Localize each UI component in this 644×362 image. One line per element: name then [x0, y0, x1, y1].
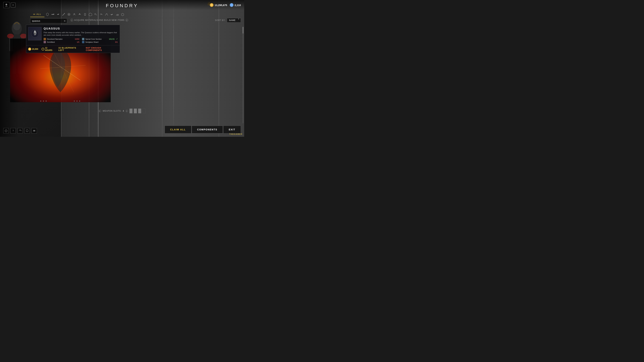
- nav-refresh-icon[interactable]: [18, 128, 23, 133]
- slot-4: [142, 109, 146, 113]
- req-icon-2: [44, 41, 46, 43]
- watermark: THEGAMER: [229, 133, 242, 135]
- tab-kitgun[interactable]: [110, 12, 114, 17]
- page-title: FOUNDRY: [106, 3, 138, 8]
- svg-point-28: [34, 33, 36, 34]
- weapon-slots-info-left: ℹ: [98, 110, 101, 112]
- tab-other[interactable]: [120, 12, 125, 17]
- panel-highlight: [174, 0, 174, 137]
- tab-secondary[interactable]: [56, 12, 60, 17]
- svg-point-6: [7, 34, 14, 38]
- req-row-3: Spinal Core Section 161/15 ✓: [82, 38, 118, 40]
- item-card-bottom: 20,000 12 HOURS 33 BLUEPRINTS LEFT NOT E…: [26, 45, 120, 53]
- req-icon-4: [82, 41, 84, 43]
- weapon-slots-info-right: ℹ: [126, 110, 128, 112]
- svg-point-17: [74, 13, 75, 14]
- search-clear-button[interactable]: ✕: [64, 19, 66, 22]
- req-name-1: Devolved Namalon: [47, 38, 62, 40]
- item-requirements: Devolved Namalon 10/60 Spinal Core Secti…: [44, 38, 118, 43]
- tab-fishing[interactable]: [115, 12, 120, 17]
- slot-3: [138, 109, 141, 113]
- panel-line-2: [162, 0, 162, 137]
- tab-sentinel[interactable]: [66, 12, 71, 17]
- tab-all[interactable]: ∞ ALL: [30, 12, 44, 17]
- req-count-4: 0/1: [115, 41, 118, 43]
- slot-2: [134, 109, 137, 113]
- tab-kubrow[interactable]: [72, 12, 77, 17]
- watermark-text: THEGAMER: [229, 133, 242, 135]
- exit-button[interactable]: EXIT: [223, 126, 241, 133]
- svg-rect-10: [52, 14, 54, 15]
- req-count-3: 161/15: [109, 38, 114, 40]
- tab-hound[interactable]: [94, 12, 98, 17]
- weapon-slots-count: 4: [123, 110, 124, 112]
- dot-5: [76, 100, 78, 102]
- sort-chevron-icon: ▼: [238, 18, 240, 20]
- slot-1: [130, 109, 132, 113]
- req-icon-1: [44, 38, 46, 40]
- info-icon: ℹ: [70, 19, 73, 21]
- svg-point-7: [20, 34, 27, 38]
- req-row-4: Seriglass Shard 0/1: [82, 41, 118, 43]
- credits-cost-icon: [28, 48, 31, 51]
- tab-archwing[interactable]: [77, 12, 82, 17]
- not-enough-status: NOT ENOUGH COMPONENTS: [86, 47, 118, 51]
- svg-point-8: [13, 22, 20, 30]
- blueprints-count: 33 BLUEPRINTS LEFT: [58, 47, 82, 51]
- credits-value: 13,295,675: [214, 4, 227, 6]
- item-name: QUASSUS: [44, 27, 118, 30]
- scroll-track[interactable]: [243, 27, 243, 123]
- dots-left: [40, 100, 46, 102]
- tab-primary[interactable]: [50, 12, 55, 17]
- hud-left: +: [3, 2, 16, 8]
- item-card-top: QUASSUS Flick away the enemy with this h…: [26, 25, 120, 45]
- nav-repeat-icon[interactable]: [24, 128, 30, 133]
- dots-right: [74, 100, 80, 102]
- item-info: QUASSUS Flick away the enemy with this h…: [44, 27, 118, 43]
- dot-4: [74, 100, 75, 102]
- svg-rect-11: [53, 14, 54, 14]
- filter-tabs: ∞ ALL: [30, 11, 241, 18]
- nav-shield-icon[interactable]: [3, 128, 9, 133]
- req-row-1: Devolved Namalon 10/60: [44, 38, 79, 40]
- dot-6: [79, 100, 80, 102]
- tab-necramech[interactable]: [88, 12, 93, 17]
- req-name-4: Seriglass Shard: [85, 41, 98, 43]
- svg-rect-24: [112, 14, 113, 14]
- tab-all-label: ALL: [36, 13, 41, 15]
- infinity-icon: ∞: [33, 13, 36, 16]
- platinum-icon: [230, 3, 234, 7]
- scroll-thumb[interactable]: [243, 27, 243, 33]
- tab-zaw[interactable]: [104, 12, 109, 17]
- req-name-2: Scintillant: [47, 41, 55, 43]
- bottom-actions: CLAIM ALL COMPONENTS EXIT: [165, 126, 241, 133]
- nav-menu-icon[interactable]: [32, 128, 37, 133]
- svg-rect-18: [84, 13, 86, 15]
- cost-credits: 20,000: [28, 48, 38, 51]
- profile-icon-box[interactable]: [3, 2, 10, 8]
- req-count-2: 1/5: [77, 41, 79, 43]
- svg-rect-36: [33, 131, 35, 131]
- svg-point-26: [118, 14, 118, 15]
- tab-warframe[interactable]: [45, 12, 50, 17]
- claim-all-button[interactable]: CLAIM ALL: [165, 126, 191, 133]
- platinum-display: 2,110: [230, 3, 241, 7]
- item-card: QUASSUS Flick away the enemy with this h…: [26, 25, 120, 53]
- platinum-value: 2,110: [234, 4, 241, 6]
- svg-rect-13: [58, 14, 59, 14]
- tab-melee[interactable]: [61, 12, 66, 17]
- components-button[interactable]: COMPONENTS: [192, 126, 223, 133]
- svg-point-16: [68, 14, 70, 15]
- add-button[interactable]: +: [11, 3, 16, 7]
- search-input[interactable]: [30, 18, 67, 23]
- tab-amp[interactable]: [99, 12, 104, 17]
- tab-moa[interactable]: [83, 12, 88, 17]
- svg-line-22: [96, 14, 97, 15]
- profile-icon: [4, 3, 8, 7]
- nav-question-icon[interactable]: ?: [10, 128, 16, 133]
- svg-rect-12: [57, 14, 59, 15]
- req-count-1: 10/60: [75, 38, 79, 40]
- info-icon-end: ℹ: [126, 19, 128, 21]
- info-banner: ℹ ACQUIRE MATERIALS AND BUILD NEW ITEMS …: [70, 19, 128, 21]
- bottom-nav: ?: [3, 128, 37, 133]
